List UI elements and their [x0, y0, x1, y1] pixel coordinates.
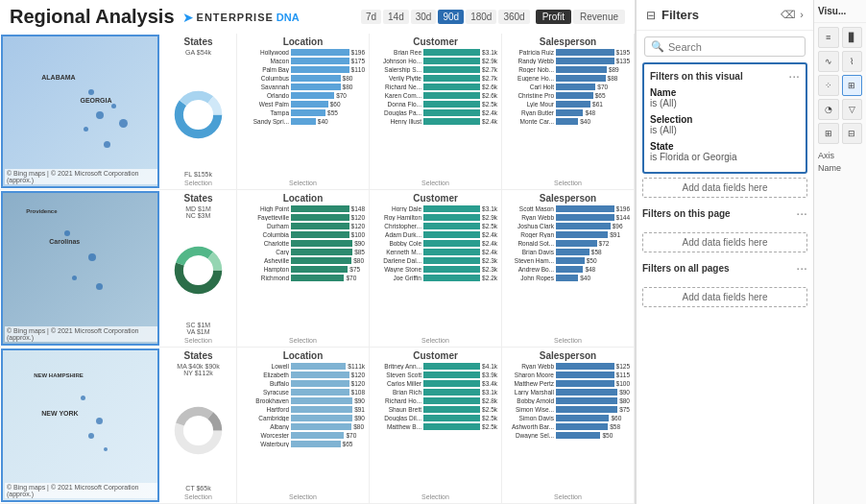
salesperson-axis-3: Selection: [506, 493, 630, 500]
viz-icon-scatter[interactable]: ⁘: [818, 75, 839, 96]
time-btn-30d[interactable]: 30d: [411, 10, 437, 24]
states-title-2: States: [183, 193, 212, 204]
arrow-icon: ➤: [182, 10, 194, 25]
bar-fill: [423, 101, 480, 108]
bar-row: Carlos Miller$3.4k: [373, 380, 497, 387]
bar-fill: [423, 92, 480, 99]
bar-val: $125: [616, 363, 630, 370]
bar-val: $70: [336, 92, 347, 99]
map-credit-1: © Bing maps | © 2021 Microsoft Corporati…: [5, 169, 157, 184]
filters-page-title: Filters on this page: [642, 208, 731, 219]
bar-name: Syracuse: [241, 389, 289, 396]
viz-icon-row: ◔ ▽: [818, 99, 862, 120]
bar-fill: [556, 432, 600, 439]
bar-name: Joe Griffin: [373, 275, 421, 281]
bar-row: Simon Davis$60: [506, 415, 630, 421]
bar-val: $2.4k: [482, 118, 497, 125]
bar-fill: [556, 101, 590, 108]
bar-fill: [423, 231, 480, 238]
bar-row: Andrew Bo...$48: [506, 266, 630, 273]
bar-fill: [291, 415, 352, 421]
bar-fill: [291, 240, 352, 247]
bar-val: $111k: [348, 363, 365, 370]
time-btn-14d[interactable]: 14d: [383, 10, 409, 24]
add-fields-all-button[interactable]: Add data fields here: [642, 287, 807, 307]
bar-fill: [423, 223, 480, 229]
more-options-icon[interactable]: ···: [788, 68, 800, 84]
map-dot: [111, 104, 116, 108]
all-more-options-icon[interactable]: ···: [796, 260, 807, 276]
bar-row: Brian Rich$3.1k: [373, 389, 497, 396]
map-placeholder-1: ALABAMA GEORGIA © Bing maps | © 2021 Mic…: [3, 36, 157, 186]
search-input[interactable]: [668, 41, 799, 53]
viz-icon-area[interactable]: ⌇: [842, 51, 863, 72]
filter-state-label: State: [650, 141, 800, 152]
salesperson-axis-1: Selection: [506, 180, 630, 186]
viz-icon-matrix[interactable]: ⊟: [842, 123, 863, 144]
viz-icon-map[interactable]: ⊞: [842, 75, 863, 96]
bar-fill: [291, 49, 349, 56]
ct-label-3: CT $65k: [185, 485, 210, 492]
bar-row: Sharon Moore$115: [506, 372, 630, 378]
bar-fill: [423, 363, 480, 370]
state-label-md: Providence: [26, 208, 57, 214]
eraser-icon[interactable]: ⌫: [781, 9, 796, 21]
bar-row: High Point$148: [241, 205, 365, 212]
add-fields-page-button[interactable]: Add data fields here: [642, 232, 807, 252]
map-dot: [96, 283, 103, 290]
customer-axis-3: Selection: [373, 493, 497, 500]
bar-name: Karen Com...: [373, 92, 421, 99]
bar-val: $40: [580, 118, 590, 125]
revenue-button[interactable]: Revenue: [573, 10, 625, 24]
profit-button[interactable]: Profit: [536, 10, 571, 24]
time-btn-90d[interactable]: 90d: [438, 10, 464, 24]
viz-icon-bar[interactable]: ▊: [842, 27, 863, 48]
viz-icon-pie[interactable]: ◔: [818, 99, 839, 120]
bar-name: Tampa: [241, 109, 289, 116]
bar-fill: [291, 363, 346, 370]
bar-name: Darlene Dal...: [373, 257, 421, 264]
bar-name: Sharon Moore: [506, 372, 554, 378]
bar-name: Durham: [241, 223, 289, 229]
bar-fill: [556, 84, 595, 90]
bar-val: $91: [610, 231, 620, 238]
bar-row: Steven Ham...$50: [506, 257, 630, 264]
bar-val: $88: [608, 75, 618, 82]
bar-fill: [423, 249, 480, 255]
bar-row: Dwayne Sel...$50: [506, 432, 630, 439]
customer-axis-2: Selection: [373, 337, 497, 344]
location-panel-1: Location Hollywood$196 Macon$175 Palm Ba…: [237, 34, 370, 189]
page-more-options-icon[interactable]: ···: [796, 205, 807, 221]
bar-val: $2.3k: [482, 257, 497, 264]
viz-icon-row: ⊞ ⊟: [818, 123, 862, 144]
bar-name: Columbus: [241, 75, 289, 82]
bar-fill: [423, 205, 480, 212]
bar-row: Shaun Brett$2.5k: [373, 406, 497, 413]
bar-fill: [423, 58, 480, 64]
bar-val: $3.1k: [482, 389, 497, 396]
grid-row-1: ALABAMA GEORGIA © Bing maps | © 2021 Mic…: [0, 34, 635, 190]
viz-icon-table[interactable]: ⊞: [818, 123, 839, 144]
customer-panel-2: Customer Horry Dale$3.1k Roy Hamilton$2.…: [370, 190, 502, 346]
bar-fill: [556, 240, 597, 247]
viz-icon-funnel[interactable]: ▽: [842, 99, 863, 120]
bar-fill: [556, 372, 614, 378]
bar-name: Johnson Ho...: [373, 58, 421, 64]
time-btn-180d[interactable]: 180d: [466, 10, 496, 24]
time-btn-7d[interactable]: 7d: [361, 10, 381, 24]
bar-name: Asheville: [241, 257, 289, 264]
donut-1: [172, 58, 225, 171]
viz-icon-stacked-bar[interactable]: ≡: [818, 27, 839, 48]
bar-row: Buffalo$120: [241, 380, 365, 387]
bar-row: Douglas Dil...$2.5k: [373, 415, 497, 421]
bar-val: $2.8k: [482, 397, 497, 404]
bar-name: Charlotte: [241, 240, 289, 247]
bar-name: Brookhaven: [241, 397, 289, 404]
time-btn-360d[interactable]: 360d: [498, 10, 529, 24]
viz-icon-line[interactable]: ∿: [818, 51, 839, 72]
bar-row: Brian Ree$3.1k: [373, 49, 497, 56]
bar-val: $75: [349, 266, 360, 273]
bar-name: Douglas Pa...: [373, 109, 421, 116]
chevron-right-icon[interactable]: ›: [800, 9, 804, 21]
add-fields-visual-button[interactable]: Add data fields here: [642, 178, 807, 198]
